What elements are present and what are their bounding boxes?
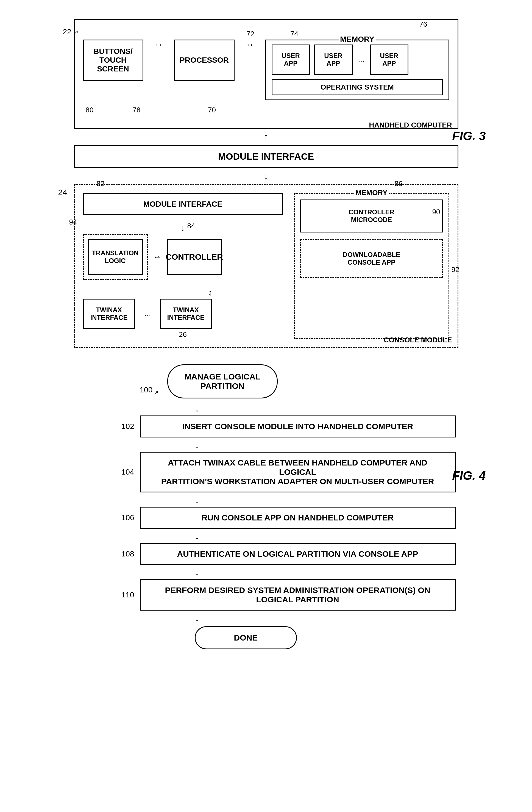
arrow-inside-1: ↓ [83, 223, 283, 233]
ref-104: 104 [101, 468, 134, 477]
attach-twinax-box: ATTACH TWINAX CABLE BETWEEN HANDHELD COM… [140, 452, 456, 492]
ref-84: 84 [187, 222, 195, 230]
twinax-row: TWINAX INTERFACE ... TWINAX INTERFACE [83, 299, 283, 329]
controller-box: CONTROLLER [167, 239, 222, 275]
fig3-label: FIG. 3 [452, 129, 486, 143]
console-inner: 94 MODULE INTERFACE ↓ 84 [83, 193, 449, 339]
twinax-interface-2-box: TWINAX INTERFACE [160, 299, 212, 329]
flowchart: 100 ↗ MANAGE LOGICAL PARTITION ↓ 102 INS… [46, 364, 486, 649]
user-app-3-box: USER APP [370, 44, 409, 75]
ref-100: 100 [140, 386, 153, 394]
insert-console-row: 102 INSERT CONSOLE MODULE INTO HANDHELD … [101, 416, 486, 437]
middle-row: TRANSLATION LOGIC ↔ CONTROLLER [83, 234, 283, 280]
page: 22 ↗ FIG. 3 HANDHELD COMPUTER 72 [0, 0, 532, 660]
handheld-inner: BUTTONS/ TOUCH SCREEN ↔ PROCESSOR ↔ MEMO… [83, 40, 449, 100]
ref-70: 70 [208, 106, 216, 114]
twinax-interface-1-box: TWINAX INTERFACE [83, 299, 135, 329]
authenticate-box: AUTHENTICATE ON LOGICAL PARTITION VIA CO… [140, 543, 456, 565]
processor-box: PROCESSOR [174, 40, 235, 81]
arrow-controller-down: ↕ [138, 288, 283, 297]
console-memory-group: MEMORY 90 CONTROLLER MICROCODE 92 DOWNLO… [294, 193, 449, 339]
bidir-arrow-3: ↔ [153, 252, 162, 262]
ref-110: 110 [101, 591, 134, 599]
ref-72: 72 [246, 30, 254, 38]
dots-1: ... [357, 44, 366, 75]
downloadable-console-app-box: DOWNLOADABLE CONSOLE APP [300, 240, 443, 278]
ref-102: 102 [101, 422, 134, 431]
arrow-3: ↓ [101, 494, 200, 505]
ref-106: 106 [101, 513, 134, 522]
fig3-diagram: 22 ↗ FIG. 3 HANDHELD COMPUTER 72 [46, 19, 486, 348]
operating-system-box: OPERATING SYSTEM [272, 79, 443, 95]
ref-86: 86 [395, 179, 403, 188]
module-interface-top-box: MODULE INTERFACE [74, 145, 458, 168]
console-memory-label: MEMORY [354, 189, 389, 197]
insert-console-box: INSERT CONSOLE MODULE INTO HANDHELD COMP… [140, 416, 456, 437]
buttons-touchscreen-box: BUTTONS/ TOUCH SCREEN [83, 40, 143, 81]
manage-partition-oval: MANAGE LOGICAL PARTITION [167, 364, 278, 398]
arrow-2: ↓ [101, 439, 200, 450]
done-row: DONE [101, 626, 486, 649]
perform-admin-box: PERFORM DESIRED SYSTEM ADMINISTRATION OP… [140, 579, 456, 611]
console-module-box: CONSOLE MODULE 24 82 86 94 MODULE INTERF… [74, 184, 458, 348]
dots-2: ... [141, 299, 154, 329]
arrow-handheld-to-module: ↑ [46, 131, 486, 143]
handheld-computer-label: HANDHELD COMPUTER [369, 121, 452, 129]
arrow-1: ↓ [101, 403, 200, 414]
handheld-computer-box: HANDHELD COMPUTER 72 74 76 [74, 19, 458, 129]
translation-group: TRANSLATION LOGIC [83, 234, 148, 280]
user-apps-row: USER APP USER APP ... USER APP [272, 44, 443, 75]
controller-microcode-box: CONTROLLER MICROCODE [300, 200, 443, 232]
run-console-row: 106 RUN CONSOLE APP ON HANDHELD COMPUTER [101, 507, 486, 529]
ref-76: 76 [419, 20, 427, 29]
ref-78: 78 [133, 106, 141, 114]
ref-108: 108 [101, 550, 134, 559]
attach-twinax-row: 104 ATTACH TWINAX CABLE BETWEEN HANDHELD… [101, 452, 486, 492]
bidir-arrow-2: ↔ [246, 40, 254, 50]
ref-26: 26 [83, 330, 283, 339]
arrow-4: ↓ [101, 530, 200, 541]
translation-logic-box: TRANSLATION LOGIC [88, 239, 143, 275]
authenticate-row: 108 AUTHENTICATE ON LOGICAL PARTITION VI… [101, 543, 486, 565]
ref-24-label: 24 [58, 188, 67, 197]
done-oval: DONE [195, 626, 297, 649]
bidir-arrow-1: ↔ [154, 40, 163, 50]
ref-82: 82 [97, 179, 105, 188]
ref-74: 74 [290, 30, 298, 38]
arrow-6: ↓ [101, 612, 200, 623]
memory-label: MEMORY [339, 35, 376, 44]
ref-90: 90 [432, 208, 440, 216]
user-app-2-box: USER APP [314, 44, 353, 75]
ref-80: 80 [86, 106, 94, 114]
ref-92: 92 [452, 265, 459, 274]
ref-94: 94 [69, 218, 77, 227]
memory-group: MEMORY USER APP USER APP ... USER APP [265, 40, 449, 100]
user-app-1-box: USER APP [272, 44, 310, 75]
console-module-interface-box: MODULE INTERFACE [83, 193, 283, 215]
fig4-diagram: FIG. 4 100 ↗ MANAGE LOGICAL PARTITION ↓ … [46, 364, 486, 649]
run-console-box: RUN CONSOLE APP ON HANDHELD COMPUTER [140, 507, 456, 529]
perform-admin-row: 110 PERFORM DESIRED SYSTEM ADMINISTRATIO… [101, 579, 486, 611]
console-left: 94 MODULE INTERFACE ↓ 84 [83, 193, 283, 339]
start-row: 100 ↗ MANAGE LOGICAL PARTITION [101, 364, 486, 398]
arrow-5: ↓ [101, 566, 200, 578]
arrow-module-to-console: ↓ [46, 170, 486, 182]
